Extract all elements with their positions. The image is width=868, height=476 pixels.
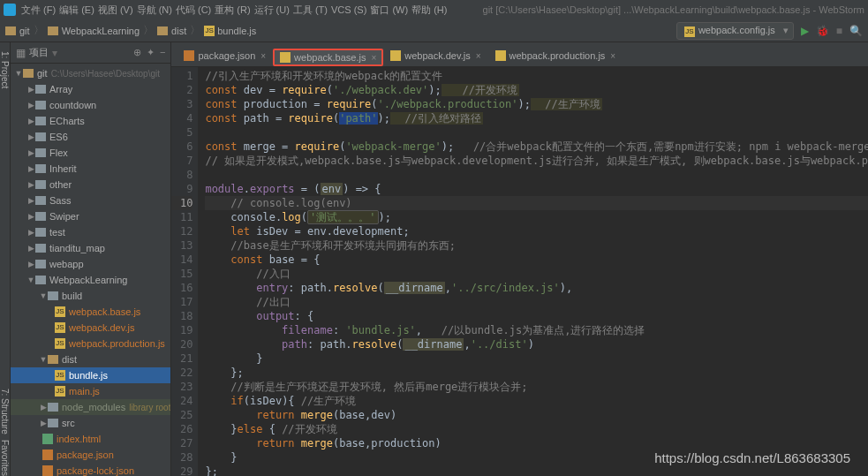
breadcrumb-project[interactable]: WebpackLearning <box>62 26 140 36</box>
search-icon[interactable]: 🔍 <box>849 25 863 37</box>
hide-icon[interactable]: − <box>160 47 165 58</box>
app-logo-icon <box>4 4 16 16</box>
tree-file[interactable]: package.json <box>11 447 170 463</box>
folder-icon <box>157 26 168 35</box>
folder-icon <box>48 26 58 35</box>
tree-folder-src[interactable]: ▶src <box>11 415 170 431</box>
tree-folder[interactable]: ▶Inherit <box>11 161 170 177</box>
close-icon[interactable]: × <box>371 53 376 63</box>
tree-file[interactable]: JSmain.js <box>11 383 170 399</box>
menu-edit[interactable]: 编辑 (E) <box>59 4 94 17</box>
debug-button-icon[interactable]: 🐞 <box>816 25 829 37</box>
tree-root[interactable]: ▼gitC:\Users\Hasee\Desktop\git <box>11 65 170 81</box>
run-button-icon[interactable]: ▶ <box>801 25 809 37</box>
tree-folder[interactable]: ▶test <box>11 224 170 240</box>
menu-tools[interactable]: 工具 (T) <box>293 4 328 17</box>
tree-folder-webpack[interactable]: ▼WebpackLearning <box>11 272 170 288</box>
tree-folder[interactable]: ▶Array <box>11 81 170 97</box>
tree-file[interactable]: JSwebpack.base.js <box>11 304 170 320</box>
menu-file[interactable]: 文件 (F) <box>21 4 56 17</box>
tree-file[interactable]: JSwebpack.production.js <box>11 336 170 351</box>
editor-tabs: package.json× webpack.base.js× webpack.d… <box>171 42 868 67</box>
sidebar-title[interactable]: 项目 <box>29 46 49 59</box>
breadcrumb-folder[interactable]: dist <box>171 26 186 36</box>
tree-file[interactable]: package-lock.json <box>11 463 170 476</box>
run-config-dropdown[interactable]: JSwebpack.config.js <box>676 22 794 40</box>
breadcrumb-file[interactable]: bundle.js <box>217 26 256 36</box>
stop-button-icon[interactable]: ■ <box>836 25 842 37</box>
tool-project[interactable]: 1: Project <box>0 51 10 88</box>
tab-webpack-base[interactable]: webpack.base.js× <box>273 49 383 66</box>
sidebar-header: ▦ 项目 ▾ ⊕ ✦ − <box>11 42 170 64</box>
tree-folder[interactable]: ▶Flex <box>11 145 170 161</box>
tab-webpack-dev[interactable]: webpack.dev.js× <box>383 47 487 66</box>
code-lines[interactable]: //引入生产环境和开发环境的webpack的配置文件 const dev = r… <box>198 67 868 476</box>
left-tool-strip: 1: Project 7: Structure Favorites <box>0 42 11 476</box>
tree-folder-dist[interactable]: ▼dist <box>11 351 170 367</box>
tree-folder[interactable]: ▶other <box>11 177 170 193</box>
tree-folder[interactable]: ▶Sass <box>11 193 170 208</box>
line-gutter: 1234567891011121314151617181920212223242… <box>171 67 198 476</box>
tab-package-json[interactable]: package.json× <box>177 47 273 66</box>
close-icon[interactable]: × <box>260 51 266 61</box>
menu-run[interactable]: 运行 (U) <box>254 4 290 17</box>
collapse-icon[interactable]: ⊕ <box>133 47 141 58</box>
tree-folder[interactable]: ▶ECharts <box>11 113 170 129</box>
tool-structure[interactable]: 7: Structure <box>0 389 10 434</box>
tree-folder[interactable]: ▶countdown <box>11 97 170 113</box>
tab-webpack-prod[interactable]: webpack.production.js× <box>488 47 623 66</box>
project-sidebar: ▦ 项目 ▾ ⊕ ✦ − ▼gitC:\Users\Hasee\Desktop\… <box>11 42 171 476</box>
settings-icon[interactable]: ✦ <box>147 47 155 58</box>
tree-folder[interactable]: ▶webapp <box>11 256 170 272</box>
menu-code[interactable]: 代码 (C) <box>176 4 211 17</box>
tree-folder-nodemodules[interactable]: ▶node_moduleslibrary root <box>11 399 170 415</box>
project-tree[interactable]: ▼gitC:\Users\Hasee\Desktop\git ▶Array ▶c… <box>11 64 170 476</box>
menu-vcs[interactable]: VCS (S) <box>331 4 366 15</box>
close-icon[interactable]: × <box>476 51 481 61</box>
tree-folder[interactable]: ▶tianditu_map <box>11 240 170 256</box>
tree-file[interactable]: index.html <box>11 431 170 447</box>
code-editor[interactable]: 1234567891011121314151617181920212223242… <box>171 67 868 476</box>
tree-folder-build[interactable]: ▼build <box>11 288 170 304</box>
navigation-bar: git 〉 WebpackLearning 〉 dist 〉 JS bundle… <box>0 19 868 42</box>
close-icon[interactable]: × <box>610 51 615 61</box>
menu-view[interactable]: 视图 (V) <box>98 4 133 17</box>
menu-navigate[interactable]: 导航 (N) <box>137 4 172 17</box>
tree-folder[interactable]: ▶Swiper <box>11 208 170 224</box>
tree-file-selected[interactable]: JSbundle.js <box>11 367 170 383</box>
folder-icon <box>5 26 16 35</box>
sidebar-tab-icon: ▦ <box>16 47 26 59</box>
editor-area: package.json× webpack.base.js× webpack.d… <box>171 42 868 476</box>
titlebar: 文件 (F) 编辑 (E) 视图 (V) 导航 (N) 代码 (C) 重构 (R… <box>0 0 868 19</box>
js-file-icon: JS <box>204 26 215 36</box>
tree-file[interactable]: JSwebpack.dev.js <box>11 320 170 336</box>
menu-window[interactable]: 窗口 (W) <box>370 4 408 17</box>
tree-folder[interactable]: ▶ES6 <box>11 129 170 145</box>
breadcrumb-root[interactable]: git <box>19 26 30 36</box>
menu-refactor[interactable]: 重构 (R) <box>215 4 250 17</box>
window-title: git [C:\Users\Hasee\Desktop\git] ...\Web… <box>483 4 864 15</box>
menu-help[interactable]: 帮助 (H) <box>411 4 447 17</box>
tool-favorites[interactable]: Favorites <box>0 440 10 476</box>
